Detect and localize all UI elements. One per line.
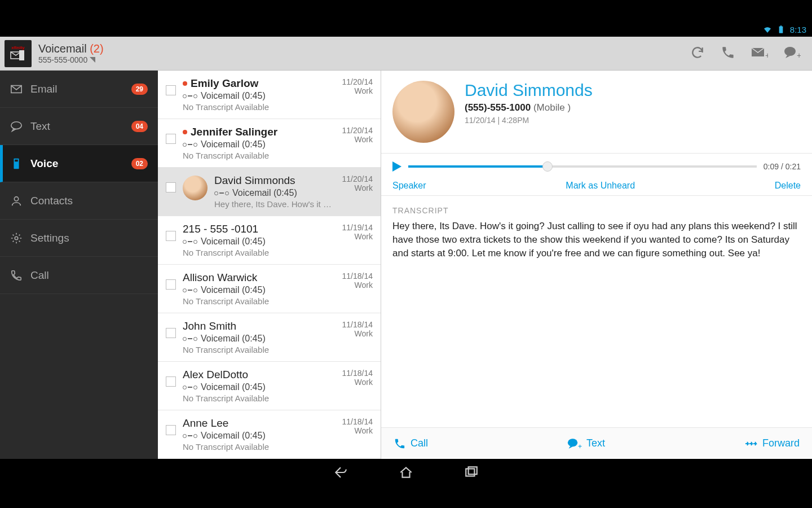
vm-date: 11/19/14 [342, 223, 373, 232]
unread-dot [183, 130, 187, 134]
voicemail-icon [183, 337, 197, 341]
voicemail-item[interactable]: Jennifer SalingerVoicemail (0:45)No Tran… [158, 119, 381, 168]
vm-date: 11/18/14 [342, 369, 373, 378]
voicemail-icon [214, 191, 229, 195]
checkbox[interactable] [166, 182, 176, 192]
avatar [183, 176, 208, 200]
svg-point-14 [568, 439, 577, 446]
vm-preview: No Transcript Available [183, 393, 336, 403]
sidebar-item-contacts[interactable]: Contacts [0, 182, 158, 220]
vm-date: 11/18/14 [342, 417, 373, 426]
voicemail-item[interactable]: Anne LeeVoicemail (0:45)No Transcript Av… [158, 410, 381, 459]
vm-tag: Work [342, 378, 373, 387]
svg-rect-16 [466, 469, 474, 476]
phone-icon[interactable] [721, 45, 735, 62]
checkbox[interactable] [166, 85, 176, 95]
sidebar-item-call[interactable]: Call [0, 257, 158, 294]
text-button[interactable]: + Text [567, 437, 605, 450]
home-icon[interactable] [399, 465, 413, 480]
forward-button[interactable]: Forward [744, 437, 800, 449]
vm-name: Alex DelDotto [183, 369, 248, 381]
gear-icon [10, 232, 23, 244]
voicemail-item[interactable]: Allison WarwickVoicemail (0:45)No Transc… [158, 265, 381, 313]
contact-phone: (555)-555-1000 (Mobile ) [465, 102, 593, 113]
transcript-text: Hey there, Its Dave. How's it going? Jus… [392, 220, 801, 260]
back-icon[interactable] [333, 465, 348, 480]
wifi-icon [763, 25, 772, 34]
android-statusbar: 8:13 [0, 22, 812, 37]
voicemail-icon [183, 434, 197, 438]
vm-preview: No Transcript Available [183, 151, 336, 160]
voicemail-timestamp: 11/20/14 | 4:28PM [465, 116, 593, 125]
svg-rect-1 [780, 25, 782, 27]
sidebar-badge: 29 [131, 84, 148, 95]
svg-text:+: + [797, 51, 801, 60]
svg-point-13 [15, 237, 18, 240]
vm-date: 11/18/14 [342, 320, 373, 329]
svg-text:+: + [765, 51, 768, 60]
android-navbar [0, 459, 812, 486]
vm-date: 11/20/14 [342, 77, 373, 86]
unread-dot [183, 81, 187, 86]
recents-icon[interactable] [464, 465, 479, 480]
vm-date: 11/20/14 [342, 174, 373, 183]
voicemail-list: Emily GarlowVoicemail (0:45)No Transcrip… [158, 71, 381, 459]
phone-device-icon [10, 157, 23, 170]
voicemail-item[interactable]: David SimmondsVoicemail (0:45)Hey there,… [158, 168, 381, 216]
vm-name: Allison Warwick [183, 271, 257, 284]
compose-text-icon[interactable]: + [784, 45, 801, 62]
checkbox[interactable] [166, 328, 176, 338]
sidebar-badge: 04 [131, 121, 148, 132]
vm-name: Anne Lee [183, 417, 228, 430]
vm-preview: No Transcript Available [183, 296, 336, 306]
checkbox[interactable] [166, 231, 176, 241]
vm-duration: Voicemail (0:45) [201, 237, 266, 247]
vm-duration: Voicemail (0:45) [201, 285, 266, 295]
contact-name: David Simmonds [465, 81, 593, 100]
svg-point-12 [14, 196, 18, 200]
voicemail-icon [183, 288, 197, 292]
vm-name: John Smith [183, 320, 236, 332]
voicemail-icon [183, 94, 197, 98]
checkbox[interactable] [166, 376, 176, 387]
svg-rect-17 [469, 467, 477, 474]
refresh-icon[interactable] [690, 45, 705, 62]
vm-preview: No Transcript Available [183, 345, 336, 354]
sidebar-item-text[interactable]: Text 04 [0, 108, 158, 145]
compose-mail-icon[interactable]: + [751, 45, 768, 62]
call-button[interactable]: Call [394, 437, 428, 450]
mark-unheard-button[interactable]: Mark as Unheard [566, 181, 635, 191]
svg-point-9 [11, 121, 21, 129]
appbar-phone[interactable]: 555-555-0000 [38, 55, 690, 64]
svg-text:+: + [578, 442, 582, 449]
checkbox[interactable] [166, 134, 176, 144]
voicemail-item[interactable]: John SmithVoicemail (0:45)No Transcript … [158, 313, 381, 362]
speaker-button[interactable]: Speaker [392, 181, 426, 191]
app-icon[interactable]: xfinity [5, 40, 32, 67]
voicemail-item[interactable]: Alex DelDottoVoicemail (0:45)No Transcri… [158, 362, 381, 410]
transcript-heading: TRANSCRIPT [392, 206, 801, 215]
vm-duration: Voicemail (0:45) [232, 188, 297, 198]
vm-preview: No Transcript Available [183, 442, 336, 452]
sidebar-item-label: Settings [30, 232, 69, 244]
checkbox[interactable] [166, 279, 176, 290]
voicemail-item[interactable]: 215 - 555 -0101Voicemail (0:45)No Transc… [158, 216, 381, 265]
voicemail-item[interactable]: Emily GarlowVoicemail (0:45)No Transcrip… [158, 71, 381, 119]
play-button[interactable] [392, 161, 401, 172]
svg-rect-11 [15, 159, 18, 161]
vm-preview: Hey there, Its Dave. How's it going... [214, 199, 336, 209]
svg-point-6 [784, 47, 796, 56]
sidebar-item-label: Voice [30, 157, 58, 170]
sidebar-item-voice[interactable]: Voice 02 [0, 145, 158, 182]
voicemail-icon [183, 143, 197, 147]
checkbox[interactable] [166, 425, 176, 435]
status-time: 8:13 [790, 25, 806, 34]
delete-button[interactable]: Delete [775, 181, 801, 191]
seek-track[interactable] [408, 165, 757, 168]
play-time: 0:09 / 0:21 [764, 162, 801, 171]
vm-duration: Voicemail (0:45) [201, 431, 266, 441]
sidebar-item-email[interactable]: Email 29 [0, 71, 158, 108]
battery-icon [776, 25, 785, 34]
vm-tag: Work [342, 135, 373, 144]
sidebar-item-settings[interactable]: Settings [0, 220, 158, 257]
